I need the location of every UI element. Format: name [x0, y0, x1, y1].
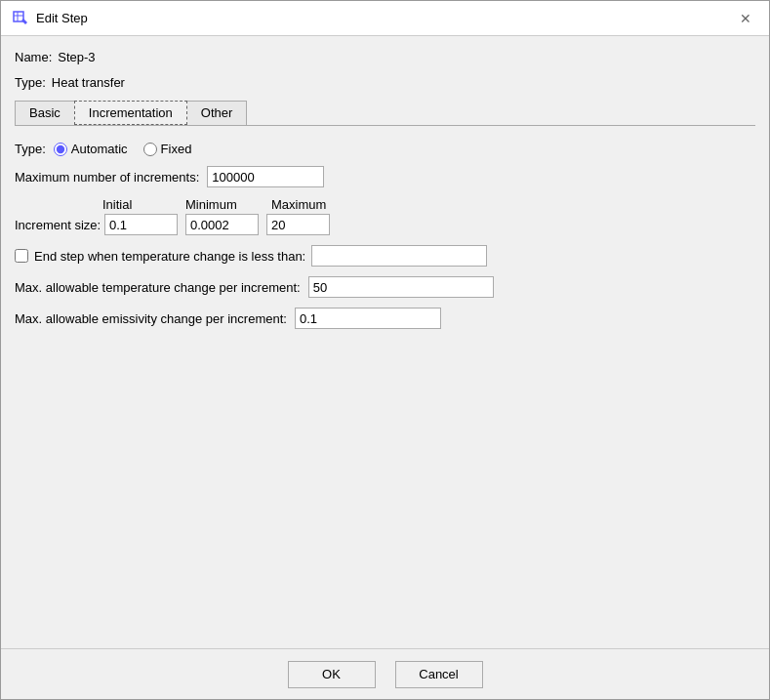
- title-bar-left: Edit Step: [13, 11, 88, 26]
- max-emiss-change-input[interactable]: 0.1: [295, 308, 441, 329]
- ok-button[interactable]: OK: [288, 661, 376, 688]
- dialog-title: Edit Step: [36, 11, 88, 25]
- radio-fixed-input[interactable]: [143, 143, 157, 156]
- max-temp-change-label: Max. allowable temperature change per in…: [15, 280, 301, 295]
- radio-fixed[interactable]: Fixed: [143, 142, 192, 156]
- incrementation-panel: Type: Automatic Fixed Maximum number of …: [15, 130, 755, 638]
- radio-automatic[interactable]: Automatic: [54, 142, 128, 156]
- type-row: Type: Heat transfer: [15, 71, 755, 93]
- max-increments-label: Maximum number of increments:: [15, 170, 199, 185]
- tabs-row: Basic Incrementation Other: [15, 101, 755, 126]
- max-temp-change-input[interactable]: 50: [308, 276, 494, 298]
- max-emiss-change-label: Max. allowable emissivity change per inc…: [15, 311, 287, 326]
- title-bar: Edit Step ✕: [1, 1, 769, 36]
- col-maximum: Maximum: [271, 197, 349, 212]
- name-row: Name: Step-3: [15, 46, 755, 67]
- end-step-row: End step when temperature change is less…: [15, 245, 755, 267]
- tab-incrementation[interactable]: Incrementation: [74, 101, 187, 125]
- name-label: Name:: [15, 50, 52, 64]
- cancel-button[interactable]: Cancel: [395, 661, 483, 688]
- end-step-input[interactable]: [311, 245, 487, 267]
- edit-step-dialog: Edit Step ✕ Name: Step-3 Type: Heat tran…: [0, 0, 770, 700]
- increment-size-section: Initial Minimum Maximum Increment size: …: [15, 197, 755, 235]
- col-minimum: Minimum: [185, 197, 271, 212]
- col-initial: Initial: [102, 197, 185, 212]
- max-emiss-change-row: Max. allowable emissivity change per inc…: [15, 308, 755, 329]
- edit-step-icon: [13, 11, 28, 26]
- max-temp-change-row: Max. allowable temperature change per in…: [15, 276, 755, 298]
- type-selection-row: Type: Automatic Fixed: [15, 142, 755, 156]
- type-value: Heat transfer: [52, 75, 125, 90]
- inc-type-radio-group: Automatic Fixed: [54, 142, 192, 156]
- dialog-body: Name: Step-3 Type: Heat transfer Basic I…: [1, 36, 769, 648]
- type-label: Type:: [15, 75, 46, 90]
- increment-headers: Initial Minimum Maximum: [102, 197, 755, 212]
- max-increments-input[interactable]: 100000: [207, 166, 324, 187]
- name-value: Step-3: [58, 50, 95, 64]
- tab-basic[interactable]: Basic: [15, 101, 75, 125]
- end-step-checkbox[interactable]: [15, 249, 28, 263]
- increment-inputs: Increment size: 0.1 0.0002 20: [15, 214, 755, 235]
- radio-automatic-input[interactable]: [54, 143, 67, 156]
- dialog-footer: OK Cancel: [1, 648, 769, 699]
- inc-type-label: Type:: [15, 142, 46, 156]
- end-step-label: End step when temperature change is less…: [34, 249, 305, 264]
- tab-other[interactable]: Other: [186, 101, 248, 125]
- increment-maximum-input[interactable]: 20: [266, 214, 330, 235]
- increment-size-label: Increment size:: [15, 218, 104, 232]
- increment-initial-input[interactable]: 0.1: [104, 214, 178, 235]
- max-increments-row: Maximum number of increments: 100000: [15, 166, 755, 187]
- close-button[interactable]: ✕: [734, 7, 757, 30]
- spacer: [15, 339, 755, 638]
- increment-minimum-input[interactable]: 0.0002: [185, 214, 259, 235]
